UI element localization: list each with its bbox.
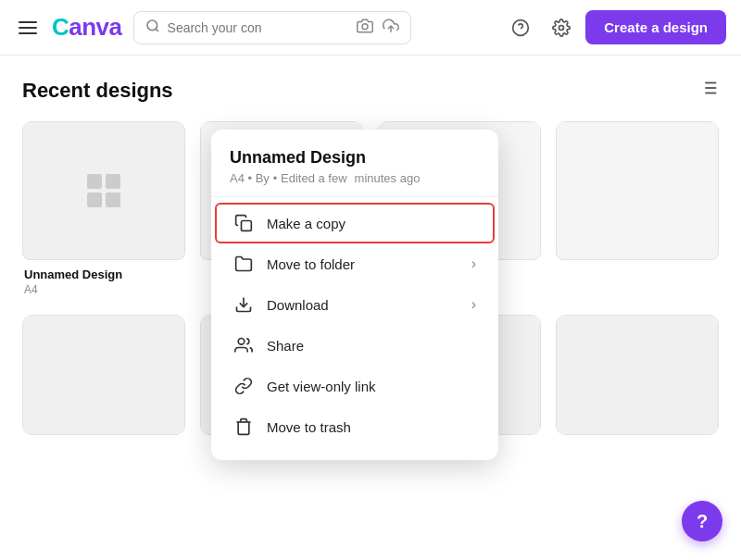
card-name-1: Unnamed Design [24,268,183,281]
card-thumbnail-5 [22,315,185,435]
search-bar-container [133,11,411,44]
context-menu-meta: A4 • By • Edited a few minutes ago [230,171,480,185]
svg-point-0 [147,20,157,31]
list-view-icon[interactable] [698,78,719,103]
context-menu: Unnamed Design A4 • By • Edited a few mi… [211,130,498,460]
svg-point-6 [559,25,564,30]
design-card-1[interactable]: Unnamed Design A4 [22,121,185,300]
context-menu-item-view-link[interactable]: Get view-only link [215,366,495,406]
folder-icon [233,254,254,274]
app-header: Canva [0,0,741,56]
context-menu-item-trash[interactable]: Move to trash [215,406,495,447]
chevron-right-icon-1: › [471,255,476,272]
context-menu-header: Unnamed Design A4 • By • Edited a few mi… [211,130,498,197]
make-copy-label: Make a copy [267,216,345,231]
help-button[interactable]: ? [682,501,722,541]
help-icon-button[interactable] [504,11,537,44]
download-label: Download [267,297,329,313]
create-design-button[interactable]: Create a design [585,10,726,44]
hamburger-menu[interactable] [15,18,41,38]
search-input[interactable] [168,20,349,35]
card-thumbnail-4 [556,121,719,260]
upload-icon[interactable] [383,18,399,38]
section-title: Recent designs [22,79,173,103]
chevron-right-icon-2: › [471,296,476,313]
download-icon [233,294,254,315]
share-label: Share [267,338,304,354]
context-menu-item-download[interactable]: Download › [215,284,495,325]
meta-edited: • Edited a few [273,171,347,185]
context-menu-items: Make a copy Move to folder › [211,197,498,453]
card-thumbnail-8 [556,315,719,435]
context-menu-item-share[interactable]: Share [215,325,495,366]
design-card-8[interactable] [556,315,719,435]
context-menu-item-make-copy[interactable]: Make a copy [215,203,495,243]
make-copy-item-left: Make a copy [233,213,345,233]
camera-icon[interactable] [357,18,373,38]
trash-item-left: Move to trash [233,417,351,437]
meta-line1: A4 • By [230,171,270,185]
view-link-label: Get view-only link [267,379,376,394]
settings-icon-button[interactable] [545,11,578,44]
trash-label: Move to trash [267,419,351,435]
canva-logo[interactable]: Canva [52,13,122,42]
search-icon [145,19,160,37]
copy-icon [233,213,254,233]
meta-line2: minutes ago [355,171,421,185]
grid-placeholder-icon [87,174,120,207]
download-item-left: Download [233,294,329,315]
svg-rect-13 [242,221,252,231]
move-folder-item-left: Move to folder [233,254,355,274]
section-header: Recent designs [22,78,719,103]
link-icon [233,376,254,396]
view-link-item-left: Get view-only link [233,376,376,396]
trash-icon [233,417,254,437]
header-icons: Create a design [504,10,726,44]
context-menu-title: Unnamed Design [230,148,480,168]
share-item-left: Share [233,335,304,355]
svg-line-1 [156,29,158,31]
svg-point-15 [238,339,245,345]
move-folder-label: Move to folder [267,256,355,272]
card-info-1: Unnamed Design A4 [22,260,185,300]
design-card-5[interactable] [22,315,185,435]
svg-point-2 [362,23,368,29]
context-menu-item-move-folder[interactable]: Move to folder › [215,243,495,284]
card-sub-1: A4 [24,283,183,296]
share-icon [233,335,254,355]
card-thumbnail-1 [22,121,185,260]
design-card-4[interactable] [556,121,719,300]
